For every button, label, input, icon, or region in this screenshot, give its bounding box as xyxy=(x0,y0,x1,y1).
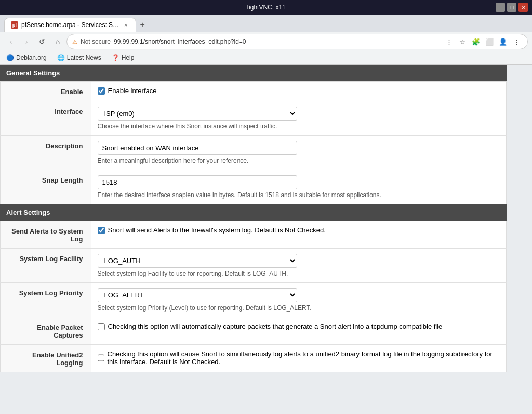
tab-title: pfSense.home.arpa - Services: S… xyxy=(21,21,119,29)
enable-checkbox-row: Enable interface xyxy=(98,87,500,95)
enable-packet-captures-description: Checking this option will automatically … xyxy=(108,322,443,330)
titlebar-controls: — □ ✕ xyxy=(496,3,528,12)
system-log-priority-row: System Log Priority LOG_ALERT LOG_CRIT L… xyxy=(1,283,507,317)
description-row: Description Enter a meaningful descripti… xyxy=(1,136,507,170)
split-button[interactable]: ⬜ xyxy=(484,36,495,47)
tab-favicon: pf xyxy=(11,21,18,29)
titlebar-title: TightVNC: x11 xyxy=(35,4,496,11)
bookmark-debian[interactable]: 🔵 Debian.org xyxy=(4,53,49,62)
enable-unified2-content: Checking this option will cause Snort to… xyxy=(91,345,507,372)
security-warning-icon: ⚠ xyxy=(72,38,77,45)
enable-unified2-label: Enable Unified2 Logging xyxy=(1,345,91,372)
general-settings-table: Enable Enable interface Interface ISP (e… xyxy=(0,81,507,204)
description-input[interactable] xyxy=(98,141,297,155)
url-display[interactable]: 99.99.99.1/snort/snort_interfaces_edit.p… xyxy=(114,38,440,45)
latestnews-favicon: 🌐 xyxy=(57,54,65,61)
enable-unified2-checkbox[interactable] xyxy=(98,354,104,361)
snap-length-label: Snap Length xyxy=(1,170,91,204)
send-alerts-row: Send Alerts to System Log Snort will sen… xyxy=(1,221,507,249)
bookmark-debian-label: Debian.org xyxy=(16,54,47,61)
home-button[interactable]: ⌂ xyxy=(51,35,64,48)
enable-packet-captures-checkbox[interactable] xyxy=(98,323,105,330)
bookmark-help-label: Help xyxy=(122,54,135,61)
snap-length-row: Snap Length Enter the desired interface … xyxy=(1,170,507,204)
system-log-priority-content: LOG_ALERT LOG_CRIT LOG_DEBUG LOG_EMERG L… xyxy=(91,283,507,317)
interface-description: Choose the interface where this Snort in… xyxy=(98,123,500,130)
bookmarks-bar: 🔵 Debian.org 🌐 Latest News ❓ Help xyxy=(0,51,532,64)
system-log-facility-row: System Log Facility LOG_AUTH LOG_DAEMON … xyxy=(1,249,507,283)
bookmark-help[interactable]: ❓ Help xyxy=(110,53,137,62)
address-bar: ⚠ Not secure 99.99.99.1/snort/snort_inte… xyxy=(66,34,528,49)
back-button[interactable]: ‹ xyxy=(4,35,18,48)
interface-select[interactable]: ISP (em0) LAN (em1) WAN (em2) xyxy=(98,107,297,121)
enable-packet-captures-row: Enable Packet Captures Checking this opt… xyxy=(1,317,507,345)
description-content: Enter a meaningful description here for … xyxy=(91,136,507,170)
enable-packet-captures-label: Enable Packet Captures xyxy=(1,317,91,345)
address-action-icons: ⋮ ☆ 🧩 ⬜ 👤 ⋮ xyxy=(443,36,522,47)
description-label: Description xyxy=(1,136,91,170)
enable-row: Enable Enable interface xyxy=(1,82,507,101)
system-log-facility-content: LOG_AUTH LOG_DAEMON LOG_LOCAL0 LOG_LOCAL… xyxy=(91,249,507,283)
system-log-priority-select[interactable]: LOG_ALERT LOG_CRIT LOG_DEBUG LOG_EMERG L… xyxy=(98,288,297,302)
reload-button[interactable]: ↺ xyxy=(35,35,49,48)
send-alerts-checkbox[interactable] xyxy=(98,227,105,234)
send-alerts-description: Snort will send Alerts to the firewall's… xyxy=(108,226,326,234)
system-log-facility-label: System Log Facility xyxy=(1,249,91,283)
not-secure-label: Not secure xyxy=(81,38,111,45)
system-log-priority-description: Select system log Priority (Level) to us… xyxy=(98,304,500,312)
send-alerts-label: Send Alerts to System Log xyxy=(1,221,91,249)
bookmark-button[interactable]: ☆ xyxy=(457,36,468,47)
interface-label: Interface xyxy=(1,101,91,136)
interface-row: Interface ISP (em0) LAN (em1) WAN (em2) … xyxy=(1,101,507,136)
snap-length-help: Enter the desired interface snaplen valu… xyxy=(98,191,500,199)
enable-packet-captures-content: Checking this option will automatically … xyxy=(91,317,507,345)
tab-close-button[interactable]: × xyxy=(122,21,129,29)
general-settings-header: General Settings xyxy=(0,65,507,81)
enable-checkbox[interactable] xyxy=(98,87,105,95)
new-tab-button[interactable]: + xyxy=(136,19,149,31)
system-log-priority-label: System Log Priority xyxy=(1,283,91,317)
help-favicon: ❓ xyxy=(112,54,119,61)
send-alerts-content: Snort will send Alerts to the firewall's… xyxy=(91,221,507,249)
system-log-facility-description: Select system log Facility to use for re… xyxy=(98,270,500,277)
bookmark-latestnews[interactable]: 🌐 Latest News xyxy=(55,53,103,62)
settings-panel: General Settings Enable Enable interface… xyxy=(0,65,507,372)
tab-bar: pf pfSense.home.arpa - Services: S… × + xyxy=(0,15,532,32)
interface-content: ISP (em0) LAN (em1) WAN (em2) Choose the… xyxy=(91,101,507,136)
enable-label: Enable xyxy=(1,82,91,101)
menu-button[interactable]: ⋮ xyxy=(511,36,522,47)
page-content: General Settings Enable Enable interface… xyxy=(0,65,532,414)
snap-length-content: Enter the desired interface snaplen valu… xyxy=(91,170,507,204)
titlebar: TightVNC: x11 — □ ✕ xyxy=(0,0,532,15)
active-tab[interactable]: pf pfSense.home.arpa - Services: S… × xyxy=(4,18,136,32)
description-help: Enter a meaningful description here for … xyxy=(98,157,500,164)
nav-bar: ‹ › ↺ ⌂ ⚠ Not secure 99.99.99.1/snort/sn… xyxy=(0,32,532,51)
bookmark-latestnews-label: Latest News xyxy=(67,54,101,61)
enable-packet-captures-checkbox-row: Checking this option will automatically … xyxy=(98,322,500,330)
close-button[interactable]: ✕ xyxy=(518,3,528,12)
send-alerts-checkbox-row: Snort will send Alerts to the firewall's… xyxy=(98,226,500,234)
alert-settings-header: Alert Settings xyxy=(0,204,507,221)
snap-length-input[interactable] xyxy=(98,175,297,189)
profile-button[interactable]: 👤 xyxy=(497,36,509,47)
debian-favicon: 🔵 xyxy=(6,54,14,61)
enable-unified2-checkbox-row: Checking this option will cause Snort to… xyxy=(98,350,500,366)
alert-settings-table: Send Alerts to System Log Snort will sen… xyxy=(0,221,507,372)
system-log-facility-select[interactable]: LOG_AUTH LOG_DAEMON LOG_LOCAL0 LOG_LOCAL… xyxy=(98,254,297,268)
enable-content: Enable interface xyxy=(91,82,507,101)
extensions-button[interactable]: 🧩 xyxy=(470,36,482,47)
enable-unified2-description: Checking this option will cause Snort to… xyxy=(108,350,500,366)
browser-chrome: pf pfSense.home.arpa - Services: S… × + … xyxy=(0,15,532,65)
share-button[interactable]: ⋮ xyxy=(443,36,455,47)
enable-checkbox-label: Enable interface xyxy=(108,87,157,95)
enable-unified2-row: Enable Unified2 Logging Checking this op… xyxy=(1,345,507,372)
maximize-button[interactable]: □ xyxy=(507,3,516,12)
forward-button[interactable]: › xyxy=(20,35,33,48)
minimize-button[interactable]: — xyxy=(496,3,505,12)
